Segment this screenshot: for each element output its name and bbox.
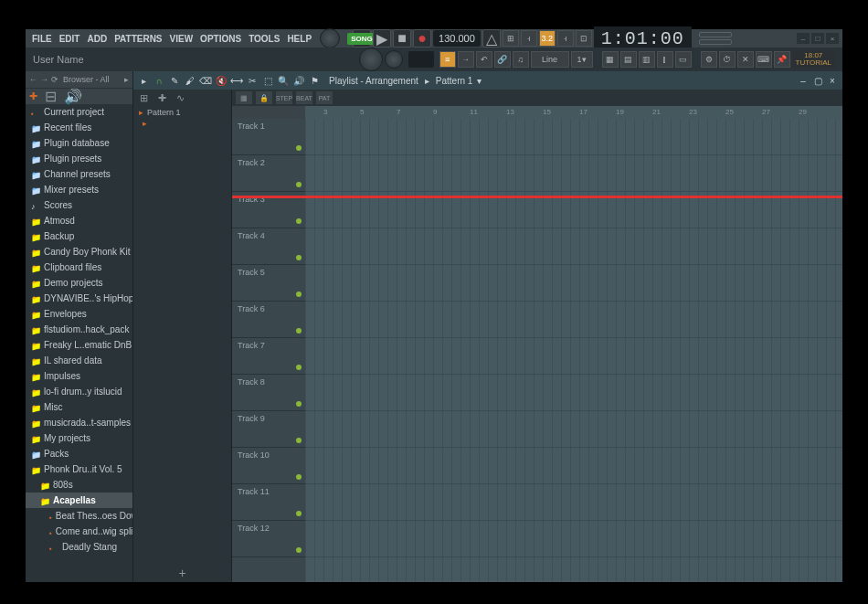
tab-arrange[interactable]: ▦: [236, 91, 252, 104]
close-button[interactable]: ×: [826, 33, 839, 44]
track-row[interactable]: [305, 155, 842, 192]
browser-item[interactable]: Scores: [26, 197, 132, 213]
track-enable-dot[interactable]: [296, 474, 302, 480]
browser-item[interactable]: lo-fi drum..y itslucid: [26, 384, 132, 399]
pl-maximize-icon[interactable]: ▢: [811, 74, 824, 87]
browser-refresh-icon[interactable]: ⟳: [51, 75, 58, 84]
track-grid[interactable]: [305, 119, 842, 582]
track-enable-dot[interactable]: [296, 511, 302, 516]
knob-1[interactable]: [359, 48, 383, 71]
pl-slice-icon[interactable]: ✂: [246, 74, 259, 87]
track-header[interactable]: Track 5: [232, 265, 305, 302]
pl-close-icon[interactable]: ×: [826, 74, 839, 87]
minimize-button[interactable]: –: [797, 33, 810, 44]
browser-item[interactable]: Mixer presets: [26, 182, 132, 197]
browser-item[interactable]: Backup: [26, 228, 132, 244]
track-row[interactable]: [305, 119, 842, 155]
tb-pin[interactable]: 📌: [774, 51, 790, 68]
snap-5[interactable]: ⊡: [576, 30, 592, 47]
play-button[interactable]: ▶: [373, 29, 391, 48]
tab-lock[interactable]: 🔒: [256, 91, 272, 104]
track-row[interactable]: [305, 448, 842, 484]
tb-plugin[interactable]: ⚙: [701, 51, 717, 68]
track-enable-dot[interactable]: [296, 218, 302, 224]
track-enable-dot[interactable]: [296, 291, 302, 297]
track-header[interactable]: Track 7: [232, 338, 305, 375]
maximize-button[interactable]: □: [811, 33, 824, 44]
browser-item[interactable]: DYNAVIBE..'s HipHop: [26, 291, 132, 306]
browser-item[interactable]: musicrada..t-samples: [26, 415, 132, 430]
track-header[interactable]: Track 1: [232, 119, 305, 155]
tab-beat[interactable]: BEAT: [296, 91, 312, 104]
browser-item[interactable]: 808s: [26, 477, 132, 493]
track-header[interactable]: Track 11: [232, 484, 305, 521]
pl-minimize-icon[interactable]: –: [797, 74, 810, 87]
snap-3[interactable]: 3.2: [539, 30, 556, 47]
track-row[interactable]: [305, 338, 842, 375]
browser-item[interactable]: Atmosd: [26, 213, 132, 228]
track-header[interactable]: Track 9: [232, 411, 305, 448]
tb-undo[interactable]: ↶: [476, 51, 492, 68]
tb-arrow[interactable]: →: [458, 51, 474, 68]
track-enable-dot[interactable]: [296, 145, 302, 151]
tb-tempo-tap[interactable]: ⏱: [719, 51, 736, 68]
tb-snap-select[interactable]: Line: [531, 51, 569, 68]
browser-collapse-icon[interactable]: ⊟: [45, 88, 57, 105]
browser-item[interactable]: Plugin database: [26, 135, 132, 151]
picker-add-icon[interactable]: ✚: [155, 91, 168, 104]
menu-patterns[interactable]: PATTERNS: [111, 32, 164, 46]
timeline-ruler[interactable]: 357911131517192123252729: [305, 106, 842, 119]
tab-step[interactable]: STEP: [276, 91, 292, 104]
browser-item[interactable]: Come and..wig split: [26, 524, 132, 539]
snap-4[interactable]: ⫞: [557, 30, 574, 47]
pl-pencil-icon[interactable]: ✎: [168, 74, 181, 87]
menu-options[interactable]: OPTIONS: [197, 32, 244, 46]
track-enable-dot[interactable]: [296, 401, 302, 407]
pl-mute-icon[interactable]: 🔇: [215, 74, 228, 87]
browser-item[interactable]: Clipboard files: [26, 260, 132, 275]
browser-audio-icon[interactable]: 🔊: [64, 88, 82, 105]
browser-item[interactable]: Channel presets: [26, 166, 132, 182]
browser-item[interactable]: IL shared data: [26, 353, 132, 368]
track-enable-dot[interactable]: [296, 182, 302, 187]
tb-piano[interactable]: ♫: [513, 51, 529, 68]
track-header[interactable]: Track 8: [232, 375, 305, 411]
knob-2[interactable]: [385, 50, 403, 69]
track-header[interactable]: Track 3: [232, 192, 305, 228]
main-menu-button[interactable]: [320, 28, 340, 48]
track-header[interactable]: Track 4: [232, 228, 305, 265]
snap-2[interactable]: ⫞: [521, 30, 537, 47]
track-row[interactable]: [305, 265, 842, 302]
browser-item[interactable]: flstudiom..hack_pack: [26, 322, 132, 337]
tb-typing-kb[interactable]: ⌨: [756, 51, 772, 68]
track-enable-dot[interactable]: [296, 438, 302, 443]
track-row[interactable]: [305, 521, 842, 557]
pattern-song-toggle[interactable]: SONG: [353, 29, 371, 48]
browser-item[interactable]: Beat Thes..oes Down: [26, 508, 132, 524]
browser-item[interactable]: My projects: [26, 430, 132, 446]
browser-item[interactable]: Acapellas: [26, 493, 132, 508]
browser-item[interactable]: Impulses: [26, 368, 132, 384]
pl-erase-icon[interactable]: ⌫: [199, 74, 212, 87]
browser-item[interactable]: Misc: [26, 399, 132, 415]
menu-help[interactable]: HELP: [284, 32, 314, 46]
browser-forward-icon[interactable]: →: [40, 75, 48, 84]
menu-file[interactable]: FILE: [29, 32, 55, 46]
stop-button[interactable]: ■: [393, 29, 411, 48]
tab-pat[interactable]: PAT: [316, 91, 333, 104]
track-enable-dot[interactable]: [296, 328, 302, 334]
browser-item[interactable]: Deadly Stang: [26, 539, 132, 555]
pl-select-icon[interactable]: ⬚: [261, 74, 274, 87]
menu-tools[interactable]: TOOLS: [246, 32, 282, 46]
menu-add[interactable]: ADD: [84, 32, 110, 46]
timeline[interactable]: 357911131517192123252729: [232, 106, 842, 119]
browser-item[interactable]: Demo projects: [26, 275, 132, 291]
track-enable-dot[interactable]: [296, 365, 302, 370]
view-mixer[interactable]: ⫿: [657, 51, 673, 68]
view-browser[interactable]: ▭: [675, 51, 692, 68]
pl-slip-icon[interactable]: ⟷: [230, 74, 243, 87]
view-pianoroll[interactable]: ▤: [620, 51, 637, 68]
browser-back-icon[interactable]: ←: [29, 75, 37, 84]
pl-brush-icon[interactable]: 🖌: [184, 74, 196, 87]
pattern-dropdown-icon[interactable]: ▾: [477, 76, 482, 86]
